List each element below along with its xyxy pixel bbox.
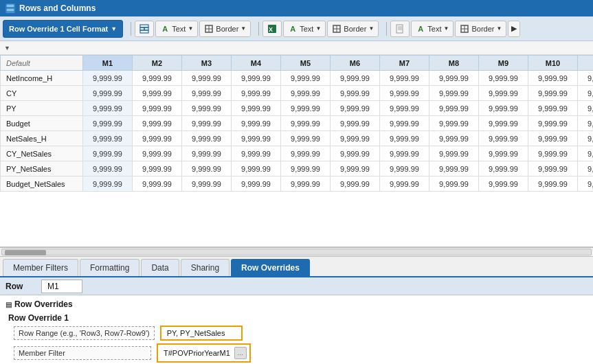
data-cell[interactable]: 9,999.99 xyxy=(429,177,479,192)
data-cell[interactable]: 9,999.99 xyxy=(232,71,281,86)
data-cell[interactable]: 9,999.99 xyxy=(380,146,429,161)
scrollbar-track[interactable] xyxy=(1,249,592,255)
collapse-icon[interactable]: ▤ xyxy=(5,301,12,308)
data-grid-container[interactable]: Default M1 M2 M3 M4 M5 M6 M7 M8 M9 M10 M… xyxy=(0,55,593,247)
data-cell[interactable]: 9,999.99 xyxy=(281,101,331,116)
col-header-m1[interactable]: M1 xyxy=(83,56,133,71)
excel-icon-btn-2[interactable]: X xyxy=(262,21,282,37)
data-cell[interactable]: 9,999.99 xyxy=(182,86,232,101)
data-cell[interactable]: 9,999.99 xyxy=(182,131,232,146)
data-cell[interactable]: 9,999.99 xyxy=(281,131,331,146)
data-cell[interactable]: 9,999.99 xyxy=(429,71,479,86)
data-cell[interactable]: 9,999.99 xyxy=(133,71,182,86)
data-cell[interactable]: 9,999.99 xyxy=(232,146,281,161)
border-btn-1[interactable]: Border ▼ xyxy=(199,21,251,37)
data-cell[interactable]: 9,999.99 xyxy=(331,71,380,86)
data-cell[interactable]: 9,999.99 xyxy=(528,101,578,116)
data-cell[interactable]: 9,999.99 xyxy=(380,101,429,116)
col-header-m11[interactable]: M11 xyxy=(578,56,594,71)
data-cell[interactable]: 9,999.99 xyxy=(331,146,380,161)
data-cell[interactable]: 9,999.99 xyxy=(83,71,133,86)
doc-icon-btn-3[interactable] xyxy=(390,21,410,37)
tab-member-filters[interactable]: Member Filters xyxy=(3,259,78,276)
col-header-m8[interactable]: M8 xyxy=(429,56,479,71)
data-cell[interactable]: 9,999.99 xyxy=(232,86,281,101)
data-cell[interactable]: 9,999.99 xyxy=(331,116,380,131)
data-cell[interactable]: 9,999.99 xyxy=(479,146,528,161)
data-cell[interactable]: 9,999.99 xyxy=(83,116,133,131)
data-cell[interactable]: 9,999.99 xyxy=(479,131,528,146)
data-cell[interactable]: 9,999.99 xyxy=(578,116,594,131)
data-cell[interactable]: 9,999.99 xyxy=(281,146,331,161)
data-cell[interactable]: 9,999.99 xyxy=(429,101,479,116)
data-cell[interactable]: 9,999.99 xyxy=(182,146,232,161)
border-btn-2[interactable]: Border ▼ xyxy=(327,21,379,37)
data-cell[interactable]: 9,999.99 xyxy=(133,86,182,101)
data-cell[interactable]: 9,999.99 xyxy=(528,146,578,161)
data-cell[interactable]: 9,999.99 xyxy=(331,101,380,116)
data-cell[interactable]: 9,999.99 xyxy=(281,116,331,131)
data-cell[interactable]: 9,999.99 xyxy=(281,177,331,192)
data-cell[interactable]: 9,999.99 xyxy=(380,71,429,86)
browse-button[interactable]: … xyxy=(234,347,247,359)
data-cell[interactable]: 9,999.99 xyxy=(331,161,380,177)
data-cell[interactable]: 9,999.99 xyxy=(331,177,380,192)
data-cell[interactable]: 9,999.99 xyxy=(83,86,133,101)
col-header-m10[interactable]: M10 xyxy=(528,56,578,71)
data-cell[interactable]: 9,999.99 xyxy=(83,146,133,161)
col-header-m9[interactable]: M9 xyxy=(479,56,528,71)
data-cell[interactable]: 9,999.99 xyxy=(479,101,528,116)
data-cell[interactable]: 9,999.99 xyxy=(528,71,578,86)
data-cell[interactable]: 9,999.99 xyxy=(429,146,479,161)
table-icon-btn-1[interactable] xyxy=(135,21,154,37)
data-cell[interactable]: 9,999.99 xyxy=(528,131,578,146)
tab-formatting[interactable]: Formatting xyxy=(80,259,139,276)
member-filter-value-container[interactable]: T#POVPriorYearM1 … xyxy=(157,343,251,363)
data-cell[interactable]: 9,999.99 xyxy=(182,177,232,192)
data-cell[interactable]: 9,999.99 xyxy=(182,116,232,131)
data-cell[interactable]: 9,999.99 xyxy=(380,116,429,131)
data-cell[interactable]: 9,999.99 xyxy=(133,177,182,192)
data-cell[interactable]: 9,999.99 xyxy=(182,101,232,116)
data-cell[interactable]: 9,999.99 xyxy=(380,131,429,146)
border-btn-3[interactable]: Border ▼ xyxy=(455,21,506,37)
data-cell[interactable]: 9,999.99 xyxy=(182,71,232,86)
data-cell[interactable]: 9,999.99 xyxy=(232,131,281,146)
data-cell[interactable]: 9,999.99 xyxy=(281,86,331,101)
data-cell[interactable]: 9,999.99 xyxy=(578,161,594,177)
data-cell[interactable]: 9,999.99 xyxy=(429,86,479,101)
data-cell[interactable]: 9,999.99 xyxy=(232,177,281,192)
data-cell[interactable]: 9,999.99 xyxy=(83,161,133,177)
row-range-value[interactable]: PY, PY_NetSales xyxy=(160,326,243,341)
data-cell[interactable]: 9,999.99 xyxy=(133,161,182,177)
data-cell[interactable]: 9,999.99 xyxy=(578,131,594,146)
data-cell[interactable]: 9,999.99 xyxy=(331,131,380,146)
data-cell[interactable]: 9,999.99 xyxy=(528,177,578,192)
cell-format-dropdown[interactable]: Row Override 1 Cell Format ▼ xyxy=(3,20,123,38)
data-cell[interactable]: 9,999.99 xyxy=(281,71,331,86)
col-header-m2[interactable]: M2 xyxy=(133,56,182,71)
table-row[interactable]: CY9,999.999,999.999,999.999,999.999,999.… xyxy=(1,86,594,101)
tab-data[interactable]: Data xyxy=(141,259,179,276)
col-header-m5[interactable]: M5 xyxy=(281,56,331,71)
col-header-m3[interactable]: M3 xyxy=(182,56,232,71)
data-cell[interactable]: 9,999.99 xyxy=(133,116,182,131)
grid-wrapper[interactable]: Default M1 M2 M3 M4 M5 M6 M7 M8 M9 M10 M… xyxy=(0,55,593,247)
data-cell[interactable]: 9,999.99 xyxy=(83,177,133,192)
data-cell[interactable]: 9,999.99 xyxy=(281,161,331,177)
data-cell[interactable]: 9,999.99 xyxy=(429,161,479,177)
data-cell[interactable]: 9,999.99 xyxy=(380,86,429,101)
text-btn-3[interactable]: A Text ▼ xyxy=(411,21,454,37)
data-cell[interactable]: 9,999.99 xyxy=(331,86,380,101)
data-cell[interactable]: 9,999.99 xyxy=(578,146,594,161)
data-cell[interactable]: 9,999.99 xyxy=(528,116,578,131)
text-btn-1[interactable]: A Text ▼ xyxy=(155,21,198,37)
data-cell[interactable]: 9,999.99 xyxy=(578,71,594,86)
data-cell[interactable]: 9,999.99 xyxy=(578,177,594,192)
table-row[interactable]: NetSales_H9,999.999,999.999,999.999,999.… xyxy=(1,131,594,146)
data-cell[interactable]: 9,999.99 xyxy=(232,161,281,177)
data-cell[interactable]: 9,999.99 xyxy=(182,161,232,177)
data-cell[interactable]: 9,999.99 xyxy=(578,101,594,116)
col-header-m7[interactable]: M7 xyxy=(380,56,429,71)
data-cell[interactable]: 9,999.99 xyxy=(479,161,528,177)
